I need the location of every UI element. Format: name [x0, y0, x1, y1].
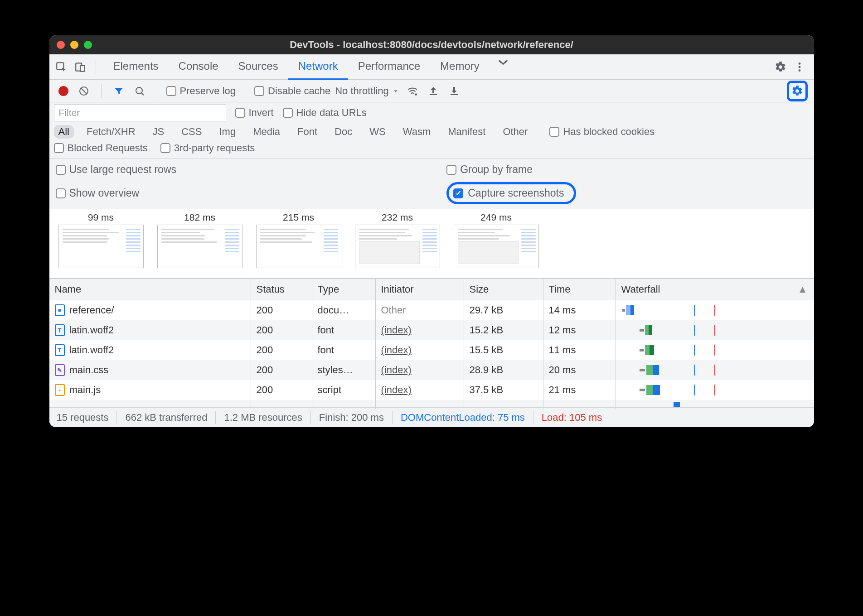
request-status: 200 [251, 340, 312, 360]
type-manifest[interactable]: Manifest [443, 125, 490, 139]
tab-console[interactable]: Console [169, 54, 228, 80]
request-row[interactable]: Tlatin.woff2200font(index)15.5 kB11 ms [49, 340, 814, 360]
filter-placeholder: Filter [59, 107, 80, 118]
third-party-checkbox[interactable]: 3rd-party requests [160, 142, 255, 154]
request-initiator[interactable]: (index) [381, 364, 412, 376]
request-initiator[interactable]: (index) [381, 344, 412, 356]
col-name[interactable]: Name [49, 279, 251, 300]
filmstrip-frame[interactable]: 182 ms [157, 212, 242, 268]
group-by-frame-checkbox[interactable]: Group by frame [446, 164, 807, 176]
device-toggle-icon[interactable] [72, 59, 88, 75]
type-css[interactable]: CSS [177, 125, 206, 139]
request-grid-header: Name Status Type Initiator Size Time Wat… [49, 279, 814, 300]
type-all[interactable]: All [54, 125, 74, 139]
col-initiator[interactable]: Initiator [376, 279, 464, 300]
invert-checkbox[interactable]: Invert [235, 107, 274, 119]
request-type: docu… [312, 300, 376, 320]
request-status: 200 [251, 380, 312, 400]
request-waterfall [616, 360, 814, 380]
close-window-button[interactable] [57, 41, 65, 49]
record-button[interactable] [58, 86, 68, 96]
blocked-requests-checkbox[interactable]: Blocked Requests [54, 142, 148, 154]
hide-data-urls-checkbox[interactable]: Hide data URLs [283, 107, 367, 119]
type-font[interactable]: Font [293, 125, 322, 139]
wifi-conditions-icon[interactable] [404, 83, 421, 99]
divider [96, 60, 96, 74]
disable-cache-checkbox[interactable]: Disable cache [254, 85, 330, 97]
kebab-menu-icon[interactable] [791, 59, 808, 75]
capture-screenshots-checkbox[interactable]: Capture screenshots [446, 182, 576, 204]
filmstrip-frame[interactable]: 215 ms [256, 212, 341, 268]
type-fetchxhr[interactable]: Fetch/XHR [82, 125, 140, 139]
settings-gear-icon[interactable] [772, 59, 789, 75]
request-name: main.js [69, 384, 101, 396]
filmstrip-thumbnail [157, 225, 242, 268]
request-initiator[interactable]: (index) [381, 324, 412, 336]
network-toolbar: Preserve log Disable cache No throttling [49, 80, 814, 102]
filmstrip-thumbnail [355, 225, 440, 268]
zoom-window-button[interactable] [84, 41, 92, 49]
status-requests: 15 requests [57, 412, 109, 424]
search-icon[interactable] [131, 83, 148, 99]
tab-memory[interactable]: Memory [430, 54, 490, 80]
request-size: 28.9 kB [464, 360, 543, 380]
type-media[interactable]: Media [248, 125, 285, 139]
tab-network[interactable]: Network [288, 54, 348, 80]
request-grid-body: ≡reference/200docu…Other29.7 kB14 msTlat… [49, 300, 814, 407]
svg-point-3 [798, 63, 800, 65]
network-settings-button[interactable] [787, 81, 808, 101]
request-status: 200 [251, 320, 312, 340]
filter-input[interactable]: Filter [54, 104, 226, 121]
request-type: script [312, 380, 376, 400]
throttle-select[interactable]: No throttling [335, 85, 400, 97]
filmstrip-thumbnail [454, 225, 539, 268]
clear-icon[interactable] [76, 83, 92, 99]
status-bar: 15 requests 662 kB transferred 1.2 MB re… [49, 407, 814, 427]
tab-elements[interactable]: Elements [103, 54, 169, 80]
type-other[interactable]: Other [498, 125, 532, 139]
preserve-log-checkbox[interactable]: Preserve log [166, 85, 236, 97]
has-blocked-cookies-checkbox[interactable]: Has blocked cookies [549, 126, 655, 138]
type-filter-row: All Fetch/XHR JS CSS Img Media Font Doc … [54, 125, 808, 139]
more-tabs-icon[interactable] [495, 54, 511, 71]
request-type: styles… [312, 360, 376, 380]
request-name: main.css [69, 364, 109, 376]
col-time[interactable]: Time [543, 279, 616, 300]
minimize-window-button[interactable] [70, 41, 78, 49]
filter-icon[interactable] [111, 83, 127, 99]
request-row[interactable]: ≡reference/200docu…Other29.7 kB14 ms [49, 300, 814, 320]
show-overview-checkbox[interactable]: Show overview [56, 187, 447, 199]
svg-rect-9 [430, 94, 437, 95]
large-rows-checkbox[interactable]: Use large request rows [56, 164, 447, 176]
window-title: DevTools - localhost:8080/docs/devtools/… [49, 39, 814, 51]
tab-sources[interactable]: Sources [228, 54, 288, 80]
col-size[interactable]: Size [464, 279, 543, 300]
col-type[interactable]: Type [312, 279, 376, 300]
request-size: 15.5 kB [464, 340, 543, 360]
status-load: Load: 105 ms [542, 412, 602, 424]
filmstrip-frame[interactable]: 249 ms [454, 212, 539, 268]
col-status[interactable]: Status [251, 279, 312, 300]
upload-har-icon[interactable] [425, 83, 441, 99]
filmstrip-frame[interactable]: 99 ms [58, 212, 144, 268]
filmstrip-thumbnail [256, 225, 341, 268]
request-row[interactable]: ✎main.css200styles…(index)28.9 kB20 ms [49, 360, 814, 380]
request-status: 200 [251, 300, 312, 320]
chevron-down-icon [392, 87, 400, 95]
type-js[interactable]: JS [148, 125, 169, 139]
request-row[interactable] [49, 400, 814, 407]
request-row[interactable]: •main.js200script(index)37.5 kB21 ms [49, 380, 814, 400]
devtools-window: DevTools - localhost:8080/docs/devtools/… [49, 35, 814, 427]
type-img[interactable]: Img [214, 125, 240, 139]
request-row[interactable]: Tlatin.woff2200font(index)15.2 kB12 ms [49, 320, 814, 340]
type-ws[interactable]: WS [365, 125, 390, 139]
type-doc[interactable]: Doc [330, 125, 357, 139]
inspect-icon[interactable] [53, 59, 69, 75]
download-har-icon[interactable] [446, 83, 462, 99]
request-initiator[interactable]: (index) [381, 384, 412, 396]
filmstrip-frame[interactable]: 232 ms [355, 212, 440, 268]
tab-performance[interactable]: Performance [348, 54, 430, 80]
type-wasm[interactable]: Wasm [398, 125, 436, 139]
col-waterfall[interactable]: Waterfall ▲ [616, 279, 814, 300]
svg-point-8 [415, 93, 417, 96]
